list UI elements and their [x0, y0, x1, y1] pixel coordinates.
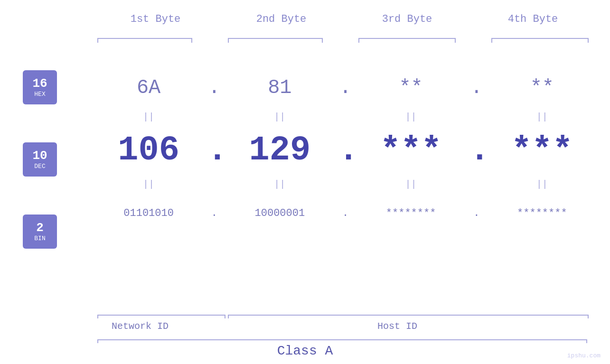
eq1-b2: ||	[221, 112, 338, 122]
bin-b1-cell: 01101010	[90, 207, 207, 219]
eq2-b1: ||	[90, 179, 207, 190]
hex-b4-value: **	[530, 76, 554, 99]
bin-badge: 2 BIN	[23, 215, 57, 249]
bin-row: 01101010 . 10000001 . ******** . *******…	[90, 192, 601, 234]
bin-badge-number: 2	[36, 222, 44, 234]
top-bracket-b1	[97, 38, 192, 39]
hex-b3-value: **	[399, 76, 422, 99]
hex-b3-cell: **	[353, 76, 469, 99]
dec-b1-cell: 106	[90, 131, 207, 170]
eq1-b1: ||	[90, 112, 207, 122]
dec-row: 106 . 129 . *** . ***	[90, 124, 601, 177]
byte-headers-row: 1st Byte 2nd Byte 3rd Byte 4th Byte	[93, 13, 596, 25]
hex-b4-cell: **	[484, 76, 601, 99]
dec-dot-1: .	[207, 131, 221, 170]
byte-header-3: 3rd Byte	[344, 13, 470, 25]
badges-column: 16 HEX 10 DEC 2 BIN	[23, 70, 57, 249]
bin-badge-label: BIN	[34, 235, 45, 242]
class-a-label: Class A	[277, 344, 333, 358]
eq1-b4: ||	[484, 112, 601, 122]
hex-dot-1: .	[207, 76, 221, 99]
hex-b1-value: 6A	[137, 76, 160, 99]
hex-row: 6A . 81 . ** . **	[90, 66, 601, 109]
eq2-b3: ||	[353, 179, 469, 190]
byte-header-1: 1st Byte	[93, 13, 218, 25]
bin-b3-cell: ********	[353, 207, 469, 219]
byte-header-4: 4th Byte	[470, 13, 596, 25]
bin-b4-cell: ********	[484, 207, 601, 219]
dec-badge: 10 DEC	[23, 142, 57, 177]
byte-header-2: 2nd Byte	[218, 13, 344, 25]
eq2-b4: ||	[484, 179, 601, 190]
dec-b2-cell: 129	[221, 131, 338, 170]
main-container: 1st Byte 2nd Byte 3rd Byte 4th Byte 16 H…	[0, 0, 610, 364]
bin-dot-1: .	[207, 207, 221, 219]
hex-dot-3: .	[469, 76, 484, 99]
hex-b1-cell: 6A	[90, 76, 207, 99]
host-id-label: Host ID	[377, 321, 417, 332]
bin-b3-value: ********	[386, 207, 436, 219]
hex-dot-2: .	[338, 76, 353, 99]
bin-b2-cell: 10000001	[221, 207, 338, 219]
dec-badge-number: 10	[32, 149, 47, 162]
network-id-bracket	[97, 315, 225, 316]
dec-badge-label: DEC	[34, 163, 45, 170]
top-bracket-b3	[358, 38, 456, 39]
hex-badge-number: 16	[32, 77, 47, 90]
network-id-label: Network ID	[112, 321, 169, 332]
bin-dot-2: .	[338, 207, 353, 219]
top-bracket-b2	[228, 38, 323, 39]
hex-badge-label: HEX	[34, 91, 45, 98]
dec-b1-value: 106	[118, 131, 179, 170]
dec-b4-cell: ***	[484, 131, 601, 170]
top-bracket-b4	[491, 38, 589, 39]
hex-b2-cell: 81	[221, 76, 338, 99]
dec-dot-3: .	[469, 131, 484, 170]
bin-dot-3: .	[469, 207, 484, 219]
watermark: ipshu.com	[567, 352, 601, 359]
main-content-grid: 6A . 81 . ** . ** || ||	[90, 66, 601, 234]
equals-row-2: || || || ||	[90, 177, 601, 192]
hex-b2-value: 81	[268, 76, 291, 99]
hex-badge: 16 HEX	[23, 70, 57, 104]
dec-b3-value: ***	[380, 131, 442, 170]
bin-b1-value: 01101010	[123, 207, 174, 219]
class-bracket	[97, 339, 587, 340]
eq1-b3: ||	[353, 112, 469, 122]
dec-dot-2: .	[338, 131, 353, 170]
equals-row-1: || || || ||	[90, 109, 601, 124]
eq2-b2: ||	[221, 179, 338, 190]
dec-b3-cell: ***	[353, 131, 469, 170]
host-id-bracket	[228, 315, 589, 316]
bin-b2-value: 10000001	[255, 207, 305, 219]
dec-b2-value: 129	[249, 131, 311, 170]
dec-b4-value: ***	[511, 131, 573, 170]
bin-b4-value: ********	[517, 207, 567, 219]
